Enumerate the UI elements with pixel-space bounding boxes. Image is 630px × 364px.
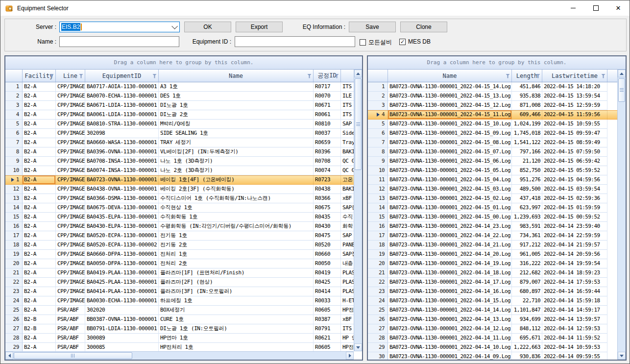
grid-cell[interactable]: B2-A bbox=[23, 296, 56, 306]
grid-cell[interactable]: R0396 bbox=[314, 147, 341, 157]
table-row[interactable]: 9B2-ACPP/IMAGEBA0708-INSA-1130-000001나노 … bbox=[5, 157, 354, 166]
grid-cell[interactable]: BA0438-OVNA-1130-000001 bbox=[85, 185, 159, 194]
row-number-cell[interactable]: 8 bbox=[368, 147, 388, 157]
grid-cell[interactable]: M박리/Q에칭 bbox=[159, 120, 314, 129]
grid-cell[interactable]: B2-A bbox=[23, 92, 56, 101]
grid-cell[interactable]: BA0723-OVNA-1130-000001_2022-04-14_10.Lo… bbox=[388, 343, 512, 352]
grid-cell[interactable]: BA0723-OVNA-1130-000001_2022-04-14_20.Lo… bbox=[388, 250, 512, 259]
scrollbar-thumb[interactable] bbox=[355, 78, 362, 170]
scroll-up-button[interactable] bbox=[618, 70, 626, 77]
grid-cell[interactable]: CPP/IMAGE bbox=[56, 92, 85, 101]
row-number-cell[interactable]: 21 bbox=[5, 268, 23, 278]
grid-cell[interactable]: R0050 bbox=[314, 259, 341, 268]
grid-cell[interactable]: 2022-04-15 12:59:59 bbox=[542, 101, 607, 110]
grid-cell[interactable]: R0033 bbox=[314, 296, 341, 306]
grid-cell[interactable]: 전처리 1호 bbox=[159, 250, 314, 259]
grid-cell[interactable]: 1,222,663 bbox=[512, 343, 542, 352]
grid-cell[interactable]: BA0675-DEVA-1130-000001 bbox=[85, 203, 159, 213]
grid-cell[interactable]: SIDE SEALING 1호 bbox=[159, 129, 314, 138]
row-number-cell[interactable]: 1 bbox=[5, 175, 23, 185]
grid-cell[interactable]: BA0030-ECHA-1130-000001 bbox=[85, 296, 159, 306]
grid-cell[interactable]: 300089 bbox=[85, 334, 159, 343]
grid-cell[interactable]: 나노 1호 (3D측정기) bbox=[159, 157, 314, 166]
grid-cell[interactable]: BA0723-OVNA-1130-000001_2022-04-14_21.Lo… bbox=[388, 241, 512, 250]
grid-cell[interactable]: 451,846 bbox=[512, 82, 542, 92]
row-number-cell[interactable]: 29 bbox=[5, 343, 23, 351]
grid-cell[interactable]: R0419 bbox=[314, 268, 341, 278]
maximize-button[interactable] bbox=[584, 0, 607, 16]
grid-cell[interactable]: BA0723-OVNA-1130-000001_2022-04-15_09.Lo… bbox=[388, 129, 512, 138]
minimize-button[interactable] bbox=[562, 0, 584, 16]
row-number-cell[interactable]: 2 bbox=[368, 92, 388, 101]
grid-cell[interactable]: 플라즈마[2F] (현상) bbox=[159, 278, 314, 287]
row-number-cell[interactable]: 17 bbox=[368, 231, 388, 241]
row-number-cell[interactable]: 19 bbox=[5, 250, 23, 259]
scroll-down-button[interactable] bbox=[354, 343, 362, 351]
grid-cell[interactable]: 212,682 bbox=[512, 268, 542, 278]
grid-cell[interactable]: R0660 bbox=[314, 250, 341, 259]
row-number-cell[interactable]: 21 bbox=[368, 268, 388, 278]
table-row[interactable]: 5BA0723-OVNA-1130-000001_2022-04-15_10.L… bbox=[368, 120, 617, 129]
table-row[interactable]: 29B2-APSR/ABF300085HP전처리 1호R0605HP전 bbox=[5, 343, 354, 351]
grid-cell[interactable]: CPP/IMAGE bbox=[56, 203, 85, 213]
grid-cell[interactable]: B2-A bbox=[23, 157, 56, 166]
row-number-cell[interactable]: 24 bbox=[5, 296, 23, 306]
grid-cell[interactable]: CPP/IMAGE bbox=[56, 250, 85, 259]
grid-cell[interactable]: B2-A bbox=[23, 268, 56, 278]
grid-cell[interactable]: BA0723-OVNA-1130-000001_2022-04-15_03.Lo… bbox=[388, 185, 512, 194]
grid-cell[interactable]: ITS bbox=[341, 101, 354, 110]
table-row[interactable]: 2B2-ACPP/IMAGEBA0070-ECHA-1130-000001DES… bbox=[5, 92, 354, 101]
table-row[interactable]: 16B2-ACPP/IMAGEBA0430-ELPA-1130-000001수평… bbox=[5, 222, 354, 231]
table-row[interactable]: 14B2-ACPP/IMAGEBA0675-DEVA-1130-000001수직… bbox=[5, 203, 354, 213]
grid-cell[interactable]: BA0074-INSA-1130-000001 bbox=[85, 166, 159, 175]
table-row[interactable]: 19BA0723-OVNA-1130-000001_2022-04-14_20.… bbox=[368, 250, 617, 259]
grid-cell[interactable]: 화학 bbox=[341, 222, 354, 231]
table-row[interactable]: 4B2-ACPP/IMAGEBA0061-LDIA-1130-000001DI노… bbox=[5, 110, 354, 120]
table-row[interactable]: 3BA0723-OVNA-1130-000001_2022-04-15_12.L… bbox=[368, 101, 617, 110]
column-header[interactable]: 공정ID bbox=[314, 70, 341, 82]
grid-cell[interactable]: CPP/IMAGE bbox=[56, 241, 85, 250]
ok-button[interactable]: OK bbox=[184, 22, 231, 32]
grid-cell[interactable]: 917,212 bbox=[512, 241, 542, 250]
table-row[interactable]: 14BA0723-OVNA-1130-000001_2022-04-15_01.… bbox=[368, 203, 617, 213]
grid-cell[interactable]: 852,750 bbox=[512, 166, 542, 175]
table-row[interactable]: 1BA0723-OVNA-1130-000001_2022-04-15_14.L… bbox=[368, 82, 617, 92]
grid-cell[interactable]: PSR/ABF bbox=[56, 306, 85, 315]
grid-cell[interactable]: B2-A bbox=[23, 250, 56, 259]
grid-cell[interactable]: B2-A bbox=[23, 231, 56, 241]
grid-cell[interactable]: 437,418 bbox=[512, 194, 542, 203]
table-row[interactable]: 24B2-ACPP/IMAGEBA0030-ECHA-1130-000001하프… bbox=[5, 296, 354, 306]
column-header[interactable] bbox=[341, 70, 354, 82]
table-row[interactable]: 22BA0723-OVNA-1130-000001_2022-04-14_17.… bbox=[368, 278, 617, 287]
row-number-cell[interactable]: 27 bbox=[5, 324, 23, 334]
grid-cell[interactable]: BA0050-DFPA-1130-000001 bbox=[85, 259, 159, 268]
row-number-cell[interactable]: 15 bbox=[368, 213, 388, 222]
grid-cell[interactable]: CPP/IMAGE bbox=[56, 129, 85, 138]
grid-cell[interactable]: BA0723-OVNA-1130-000001_2022-04-15_04.Lo… bbox=[388, 175, 512, 185]
grid-cell[interactable]: 내층 bbox=[341, 259, 354, 268]
grid-cell[interactable]: BA0723-OVNA-1130-000001_2022-04-14_13.Lo… bbox=[388, 315, 512, 324]
table-row[interactable]: 15BA0723-OVNA-1130-000001_2022-04-15_00.… bbox=[368, 213, 617, 222]
table-row[interactable]: 16BA0723-OVNA-1130-000001_2022-04-14_23.… bbox=[368, 222, 617, 231]
grid-cell[interactable]: BA0723-OVNA-1130-000001_2022-04-14_11.Lo… bbox=[388, 334, 512, 343]
row-number-cell[interactable]: 9 bbox=[5, 157, 23, 166]
grid-cell[interactable]: BA0723-OVNA-1130-000001_2022-04-15_07.Lo… bbox=[388, 147, 512, 157]
grid-cell[interactable]: BAKI bbox=[341, 185, 354, 194]
table-row[interactable]: 6BA0723-OVNA-1130-000001_2022-04-15_09.L… bbox=[368, 129, 617, 138]
row-number-cell[interactable]: 23 bbox=[368, 287, 388, 296]
table-row[interactable]: 28BA0723-OVNA-1130-000001_2022-04-14_11.… bbox=[368, 334, 617, 343]
grid-cell[interactable]: CPP/IMAGE bbox=[56, 166, 85, 175]
column-header[interactable]: Name bbox=[159, 70, 314, 82]
grid-cell[interactable]: 플라즈마[3F] (IN:오토필러) bbox=[159, 287, 314, 296]
row-number-cell[interactable]: 14 bbox=[5, 203, 23, 213]
grid-cell[interactable]: R0425 bbox=[314, 278, 341, 287]
table-row[interactable]: 17B2-ACPP/IMAGEBA0520-ECPA-1130-000001전기… bbox=[5, 231, 354, 241]
grid-cell[interactable]: CPP/IMAGE bbox=[56, 213, 85, 222]
row-number-cell[interactable]: 14 bbox=[368, 203, 388, 213]
grid-cell[interactable]: CPP/IMAGE bbox=[56, 296, 85, 306]
grid-cell[interactable]: R0605 bbox=[314, 306, 341, 315]
grid-cell[interactable]: BA0070-ECHA-1130-000001 bbox=[85, 92, 159, 101]
table-row[interactable]: 3B2-ACPP/IMAGEBA0671-LDIA-1130-000001DI노… bbox=[5, 101, 354, 110]
group-by-panel[interactable]: Drag a column here to group by this colu… bbox=[5, 56, 362, 70]
grid-cell[interactable]: R0791 bbox=[314, 324, 341, 334]
